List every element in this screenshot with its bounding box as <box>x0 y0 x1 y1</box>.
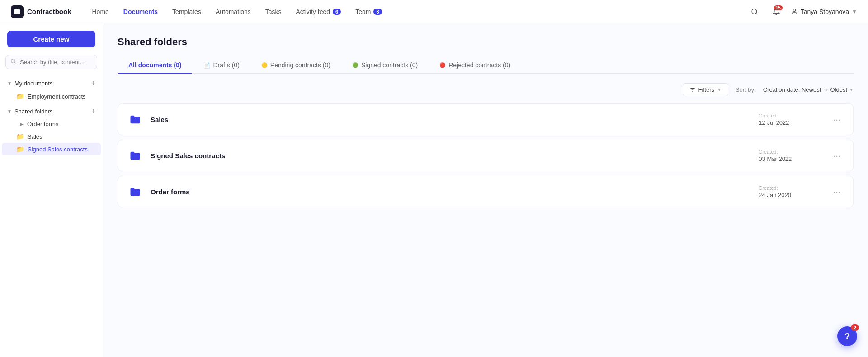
sidebar-item-sales[interactable]: 📁 Sales <box>2 130 101 143</box>
signed-sales-folder-meta: Created: 03 Mar 2022 <box>759 149 822 162</box>
user-menu[interactable]: Tanya Stoyanova ▼ <box>791 8 857 15</box>
page-title: Shared folders <box>118 36 854 48</box>
sort-chevron-icon: ▼ <box>849 87 854 92</box>
folders-list: Sales Created: 12 Jul 2022 ··· Signed Sa… <box>118 103 854 207</box>
help-badge: 2 <box>851 324 859 331</box>
tab-pending-contracts[interactable]: 🟡 Pending contracts (0) <box>250 57 341 73</box>
folder-row-order-forms[interactable]: Order forms Created: 24 Jan 2020 ··· <box>118 176 854 207</box>
tab-all-documents[interactable]: All documents (0) <box>118 57 192 73</box>
my-documents-label: My documents <box>14 80 53 87</box>
signed-sales-folder-more-button[interactable]: ··· <box>829 149 844 163</box>
sort-label: Sort by: <box>736 86 756 93</box>
help-button[interactable]: 2 ? <box>837 326 857 346</box>
svg-line-2 <box>756 13 757 14</box>
order-forms-folder-name: Order forms <box>151 188 751 196</box>
svg-point-3 <box>793 9 795 11</box>
filters-chevron-icon: ▼ <box>717 87 722 92</box>
toolbar: Filters ▼ Sort by: Creation date: Newest… <box>118 83 854 96</box>
nav-templates[interactable]: Templates <box>166 5 208 18</box>
folder-row-sales[interactable]: Sales Created: 12 Jul 2022 ··· <box>118 103 854 135</box>
activity-feed-badge: 6 <box>333 9 341 15</box>
notifications-button[interactable]: 15 <box>769 5 783 19</box>
nav-documents[interactable]: Documents <box>117 5 164 18</box>
signed-icon: 🟢 <box>352 62 359 68</box>
nav-home[interactable]: Home <box>86 5 115 18</box>
nav-automations[interactable]: Automations <box>209 5 257 18</box>
nav-team[interactable]: Team 8 <box>349 5 388 18</box>
create-new-button[interactable]: Create new <box>7 31 95 47</box>
tab-drafts[interactable]: 📄 Drafts (0) <box>192 57 250 73</box>
order-forms-folder-meta: Created: 24 Jan 2020 <box>759 185 822 198</box>
brand-logo[interactable]: Contractbook <box>11 5 71 18</box>
shared-folders-add-icon[interactable]: + <box>91 107 95 115</box>
order-forms-folder-icon <box>127 183 143 200</box>
drafts-icon: 📄 <box>203 62 210 69</box>
sales-folder-meta: Created: 12 Jul 2022 <box>759 113 822 126</box>
help-icon: ? <box>844 331 850 342</box>
sort-value[interactable]: Creation date: Newest → Oldest ▼ <box>763 86 854 93</box>
nav-activity-feed[interactable]: Activity feed 6 <box>290 5 348 18</box>
search-icon <box>10 58 16 66</box>
team-badge: 8 <box>373 9 382 15</box>
sidebar-item-employment-contracts[interactable]: 📁 Employment contracts <box>2 90 101 103</box>
svg-line-5 <box>14 62 15 63</box>
my-documents-section: ▼ My documents + 📁 Employment contracts <box>0 76 103 103</box>
shared-folders-toggle[interactable]: ▼ Shared folders + <box>0 104 103 118</box>
shared-folders-section: ▼ Shared folders + ▶ Order forms 📁 Sales… <box>0 104 103 155</box>
signed-sales-folder-icon <box>127 147 143 164</box>
bell-badge: 15 <box>774 5 783 10</box>
signed-sales-folder-icon: 📁 <box>16 146 24 153</box>
nav-tasks[interactable]: Tasks <box>259 5 288 18</box>
sales-folder-more-button[interactable]: ··· <box>829 113 844 127</box>
nav-right: 15 Tanya Stoyanova ▼ <box>747 5 857 19</box>
sidebar-item-signed-sales[interactable]: 📁 Signed Sales contracts <box>2 143 101 155</box>
signed-sales-folder-name: Signed Sales contracts <box>151 152 751 160</box>
navbar: Contractbook Home Documents Templates Au… <box>0 0 868 23</box>
sidebar: Create new ▼ My documents + 📁 Employment… <box>0 23 103 357</box>
sales-folder-icon <box>127 111 143 127</box>
brand-name: Contractbook <box>27 8 71 15</box>
pending-icon: 🟡 <box>261 62 268 68</box>
folder-row-signed-sales[interactable]: Signed Sales contracts Created: 03 Mar 2… <box>118 140 854 171</box>
user-chevron-icon: ▼ <box>852 9 857 15</box>
my-documents-add-icon[interactable]: + <box>91 79 95 87</box>
order-forms-chevron-icon: ▶ <box>20 122 24 127</box>
document-tabs: All documents (0) 📄 Drafts (0) 🟡 Pending… <box>118 57 854 74</box>
shared-folders-label: Shared folders <box>14 108 53 115</box>
svg-point-4 <box>11 59 15 63</box>
user-name: Tanya Stoyanova <box>801 8 849 15</box>
page-layout: Create new ▼ My documents + 📁 Employment… <box>0 23 868 357</box>
search-button[interactable] <box>747 5 762 19</box>
sales-folder-icon: 📁 <box>16 133 24 140</box>
sidebar-item-order-forms[interactable]: ▶ Order forms <box>2 118 101 130</box>
main-content: Shared folders All documents (0) 📄 Draft… <box>103 23 868 357</box>
filters-button[interactable]: Filters ▼ <box>683 83 728 96</box>
my-documents-chevron-icon: ▼ <box>7 81 12 86</box>
folder-icon: 📁 <box>16 93 24 100</box>
order-forms-folder-more-button[interactable]: ··· <box>829 185 844 199</box>
search-input[interactable] <box>20 59 92 66</box>
nav-links: Home Documents Templates Automations Tas… <box>86 5 747 18</box>
rejected-icon: 🔴 <box>439 62 446 68</box>
sales-folder-name: Sales <box>151 116 751 123</box>
tab-rejected-contracts[interactable]: 🔴 Rejected contracts (0) <box>429 57 521 73</box>
svg-rect-0 <box>14 9 20 14</box>
my-documents-toggle[interactable]: ▼ My documents + <box>0 76 103 90</box>
shared-folders-chevron-icon: ▼ <box>7 109 12 114</box>
tab-signed-contracts[interactable]: 🟢 Signed contracts (0) <box>341 57 429 73</box>
search-box <box>5 55 97 69</box>
svg-point-1 <box>752 9 757 14</box>
logo-icon <box>11 5 24 18</box>
